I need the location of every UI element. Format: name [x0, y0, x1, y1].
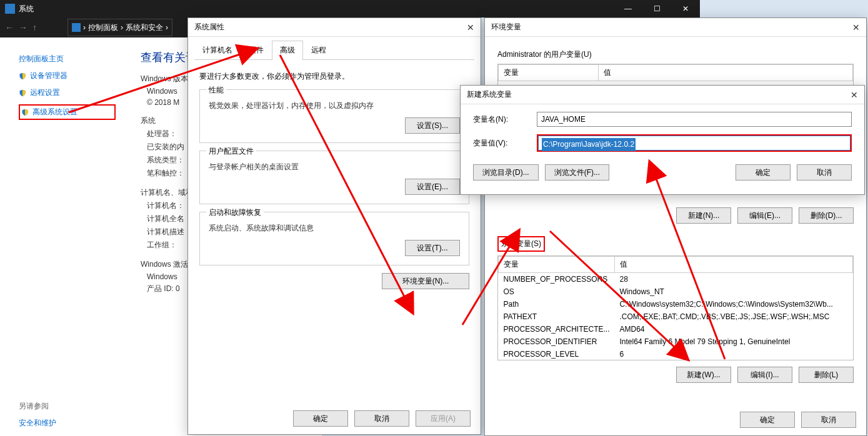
control-panel-home[interactable]: 控制面板主页: [19, 54, 116, 64]
minimize-button[interactable]: —: [614, 0, 642, 17]
sidebar-item-device-manager[interactable]: 设备管理器: [19, 71, 116, 81]
shield-icon: [19, 89, 26, 97]
col-value[interactable]: 值: [615, 257, 853, 273]
col-variable[interactable]: 变量: [499, 257, 615, 273]
startup-group: 启动和故障恢复 系统启动、系统故障和调试信息 设置(T)...: [199, 212, 469, 265]
variable-name-input[interactable]: [537, 112, 852, 127]
tab-advanced[interactable]: 高级: [272, 41, 303, 60]
performance-desc: 视觉效果，处理器计划，内存使用，以及虚拟内存: [209, 101, 460, 111]
tab-content-advanced: 要进行大多数更改，你必须作为管理员登录。 性能 视觉效果，处理器计划，内存使用，…: [188, 60, 481, 300]
user-new-button[interactable]: 新建(N)...: [676, 207, 731, 224]
dialog-title-text: 环境变量: [491, 22, 521, 32]
ok-button[interactable]: 确定: [293, 410, 348, 427]
breadcrumb[interactable]: › 控制面板 › 系统和安全 ›: [67, 19, 172, 36]
tabs: 计算机名 硬件 高级 远程: [194, 41, 474, 60]
cancel-button[interactable]: 取消: [354, 410, 409, 427]
dialog-footer: 确定 取消: [740, 412, 856, 428]
performance-settings-button[interactable]: 设置(S)...: [405, 117, 460, 134]
breadcrumb-sep: ›: [83, 23, 86, 32]
system-vars-label: 系统变量(S): [497, 236, 545, 252]
sidebar-item-remote-settings[interactable]: 远程设置: [19, 87, 116, 98]
forward-button[interactable]: →: [19, 22, 27, 32]
system-edit-button[interactable]: 编辑(I)...: [737, 367, 792, 383]
variable-name-label: 变量名(N):: [473, 114, 528, 125]
tab-remote[interactable]: 远程: [303, 41, 334, 59]
profiles-desc: 与登录帐户相关的桌面设置: [209, 162, 460, 172]
ok-button[interactable]: 确定: [740, 412, 795, 428]
environment-variables-button[interactable]: 环境变量(N)...: [382, 273, 469, 289]
system-vars-table[interactable]: 变量值 NUMBER_OF_PROCESSORS28 OSWindows_NT …: [497, 255, 854, 360]
performance-group: 性能 视觉效果，处理器计划，内存使用，以及虚拟内存 设置(S)...: [199, 89, 469, 143]
system-vars-buttons: 新建(W)... 编辑(I)... 删除(L): [497, 367, 854, 383]
table-row[interactable]: OSWindows_NT: [499, 285, 853, 298]
close-icon[interactable]: ✕: [852, 22, 860, 32]
tab-computer-name[interactable]: 计算机名: [194, 41, 241, 59]
maximize-button[interactable]: ☐: [642, 0, 671, 17]
shield-icon: [21, 109, 29, 116]
ok-button[interactable]: 确定: [736, 164, 791, 181]
close-icon[interactable]: ✕: [851, 90, 858, 100]
user-vars-buttons: 新建(N)... 编辑(E)... 删除(D)...: [497, 207, 854, 224]
table-row[interactable]: PROCESSOR_IDENTIFIERIntel64 Family 6 Mod…: [499, 335, 853, 348]
up-button[interactable]: ↑: [32, 22, 37, 32]
left-pane: 控制面板主页 设备管理器 远程设置 高级系统设置 另请参阅 安全和维护: [0, 37, 134, 436]
user-edit-button[interactable]: 编辑(E)...: [737, 207, 792, 224]
table-row[interactable]: NUMBER_OF_PROCESSORS28: [499, 273, 853, 286]
col-variable[interactable]: 变量: [499, 65, 599, 81]
system-new-button[interactable]: 新建(W)...: [676, 367, 731, 383]
table-row[interactable]: PATHEXT.COM;.EXE;.BAT;.CMD;.VBS;.VBE;.JS…: [499, 310, 853, 323]
dialog-footer: 确定 取消 应用(A): [198, 410, 471, 427]
table-row[interactable]: PROCESSOR_LEVEL6: [499, 348, 853, 360]
profiles-group: 用户配置文件 与登录帐户相关的桌面设置 设置(E)...: [199, 151, 469, 204]
profiles-legend: 用户配置文件: [206, 146, 256, 157]
window-title-bar: 系统 — ☐ ✕: [0, 0, 700, 17]
startup-desc: 系统启动、系统故障和调试信息: [209, 223, 460, 234]
variable-value-label: 变量值(V):: [473, 138, 528, 149]
window-title-text: 系统: [19, 4, 34, 14]
sidebar-item-advanced-settings[interactable]: 高级系统设置: [19, 104, 116, 120]
cancel-button[interactable]: 取消: [801, 412, 856, 428]
selected-value-text: C:\Program\Java\jdk-12.0.2: [542, 138, 636, 151]
dialog-title-bar: 系统属性 ✕: [188, 18, 481, 37]
table-row[interactable]: PathC:\Windows\system32;C:\Windows;C:\Wi…: [499, 298, 853, 310]
table-row[interactable]: PROCESSOR_ARCHITECTE...AMD64: [499, 323, 853, 335]
close-icon[interactable]: ✕: [467, 22, 474, 32]
dialog-title-bar: 新建系统变量 ✕: [461, 86, 864, 104]
back-button[interactable]: ←: [5, 22, 14, 32]
sidebar-item-security-maintenance[interactable]: 安全和维护: [19, 418, 116, 429]
startup-legend: 启动和故障恢复: [206, 207, 264, 218]
browse-directory-button[interactable]: 浏览目录(D)...: [473, 164, 539, 181]
tab-hardware[interactable]: 硬件: [241, 41, 272, 59]
dialog-title-bar: 环境变量 ✕: [485, 18, 866, 37]
folder-icon: [72, 23, 81, 32]
startup-settings-button[interactable]: 设置(T)...: [405, 240, 460, 256]
user-delete-button[interactable]: 删除(D)...: [799, 207, 854, 224]
shield-icon: [19, 72, 26, 80]
user-vars-label: Administrator 的用户变量(U): [497, 49, 592, 60]
breadcrumb-item[interactable]: 系统和安全: [126, 22, 163, 33]
dialog-title-text: 新建系统变量: [467, 89, 512, 100]
system-delete-button[interactable]: 删除(L): [799, 367, 854, 383]
system-icon: [5, 4, 15, 14]
apply-button[interactable]: 应用(A): [416, 410, 471, 427]
dialog-title-text: 系统属性: [194, 22, 224, 32]
system-properties-dialog: 系统属性 ✕ 计算机名 硬件 高级 远程 要进行大多数更改，你必须作为管理员登录…: [187, 17, 481, 435]
profiles-settings-button[interactable]: 设置(E)...: [405, 179, 460, 195]
browse-file-button[interactable]: 浏览文件(F)...: [545, 164, 609, 181]
breadcrumb-item[interactable]: 控制面板: [88, 22, 118, 33]
intro-text: 要进行大多数更改，你必须作为管理员登录。: [199, 71, 469, 82]
close-button[interactable]: ✕: [671, 0, 700, 17]
environment-variables-dialog: 环境变量 ✕ Administrator 的用户变量(U) 变量值 新建(N).…: [484, 17, 867, 436]
breadcrumb-sep: ›: [166, 23, 168, 32]
performance-legend: 性能: [206, 85, 226, 96]
cancel-button[interactable]: 取消: [797, 164, 852, 181]
new-system-variable-dialog: 新建系统变量 ✕ 变量名(N): 变量值(V): C:\Program\Java…: [460, 85, 865, 195]
col-value[interactable]: 值: [599, 65, 853, 81]
breadcrumb-sep: ›: [121, 23, 123, 32]
see-also-label: 另请参阅: [19, 401, 116, 412]
